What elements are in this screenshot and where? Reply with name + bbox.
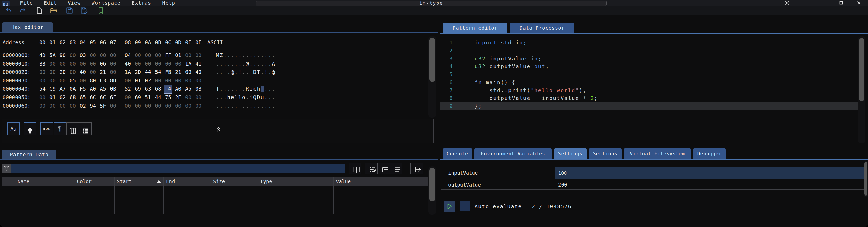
menu-help[interactable]: Help — [161, 0, 177, 6]
hex-byte[interactable]: 94 — [90, 102, 96, 110]
bookmark-icon[interactable] — [97, 7, 104, 14]
hex-byte[interactable]: 65 — [80, 93, 86, 102]
hex-byte[interactable]: 00 — [135, 60, 141, 68]
code-line[interactable]: std::print("hello world"); — [475, 86, 587, 94]
column-header-start[interactable]: Start — [117, 177, 132, 186]
hex-byte[interactable]: 01 — [175, 51, 181, 60]
save-as-icon[interactable] — [81, 7, 88, 14]
column-header-type[interactable]: Type — [260, 177, 272, 186]
pilcrow-toggle-button[interactable]: ¶ — [54, 122, 66, 135]
hex-byte[interactable]: 00 — [155, 60, 161, 68]
hex-byte[interactable]: 00 — [135, 51, 141, 60]
redo-icon[interactable] — [19, 7, 26, 14]
hex-address[interactable]: 00000030: — [3, 76, 31, 85]
hex-byte[interactable]: 00 — [110, 60, 116, 68]
hex-byte[interactable]: 00 — [195, 76, 202, 85]
hex-byte[interactable]: 54 — [155, 68, 161, 76]
menu-extras[interactable]: Extras — [130, 0, 153, 6]
hex-byte[interactable]: 20 — [60, 68, 66, 76]
font-size-toggle-button[interactable]: Aa — [7, 122, 20, 135]
code-scrollbar[interactable] — [858, 36, 865, 143]
hex-byte[interactable]: A0 — [175, 85, 181, 93]
minimap-toggle-button[interactable] — [66, 122, 79, 135]
hex-byte[interactable]: C3 — [100, 76, 106, 85]
open-folder-icon[interactable] — [50, 7, 57, 14]
hex-byte[interactable]: A7 — [60, 85, 66, 93]
save-icon[interactable] — [66, 7, 73, 14]
column-header-size[interactable]: Size — [213, 177, 225, 186]
hex-byte[interactable]: 06 — [100, 60, 106, 68]
hex-byte[interactable]: FF — [165, 51, 171, 60]
column-header-color[interactable]: Color — [77, 177, 92, 186]
code-line[interactable]: u32 inputValue in; — [475, 55, 542, 63]
hex-byte[interactable]: 1A — [185, 60, 191, 68]
menu-view[interactable]: View — [66, 0, 82, 6]
hex-byte[interactable]: 00 — [125, 102, 131, 110]
hex-byte[interactable]: 00 — [90, 68, 96, 76]
hex-byte[interactable]: 00 — [60, 60, 66, 68]
hex-byte[interactable]: 0A — [69, 85, 76, 93]
grid-toggle-button[interactable] — [79, 122, 92, 135]
undo-icon[interactable] — [5, 7, 12, 14]
hex-address[interactable]: 00000000: — [3, 51, 31, 60]
hex-byte[interactable]: C9 — [50, 85, 56, 93]
menu-edit[interactable]: Edit — [42, 0, 58, 6]
tab-virtual-filesystem[interactable]: Virtual Filesystem — [624, 148, 691, 159]
hex-byte[interactable]: 41 — [195, 60, 202, 68]
hex-byte[interactable]: 40 — [125, 60, 131, 68]
hex-byte[interactable]: B8 — [39, 60, 45, 68]
tab-environment-variables[interactable]: Environment Variables — [474, 148, 552, 159]
hex-byte[interactable]: 5A — [50, 51, 56, 60]
hex-byte[interactable]: 00 — [110, 51, 116, 60]
hex-byte[interactable]: 00 — [50, 68, 56, 76]
hex-byte[interactable]: 00 — [155, 102, 161, 110]
hex-byte[interactable]: 00 — [50, 76, 56, 85]
hex-byte[interactable]: 00 — [39, 102, 45, 110]
hex-byte[interactable]: 00 — [80, 76, 86, 85]
hex-byte[interactable]: A5 — [185, 85, 191, 93]
hex-byte[interactable]: 00 — [69, 68, 76, 76]
hex-byte[interactable]: 80 — [90, 76, 96, 85]
hex-byte[interactable]: 00 — [165, 102, 171, 110]
hex-byte[interactable]: 00 — [69, 102, 76, 110]
hex-byte[interactable]: 2E — [175, 93, 181, 102]
hex-byte[interactable]: 00 — [110, 68, 116, 76]
feedback-smiley-icon[interactable] — [783, 0, 791, 6]
hex-byte[interactable]: 4D — [39, 51, 45, 60]
hex-byte[interactable]: 00 — [175, 60, 181, 68]
hex-address[interactable]: 00000050: — [3, 93, 31, 102]
hex-byte[interactable]: 00 — [175, 76, 181, 85]
column-header-end[interactable]: End — [166, 177, 175, 186]
hex-byte[interactable]: 00 — [175, 102, 181, 110]
code-line[interactable]: }; — [475, 102, 482, 110]
hex-address[interactable]: 00000060: — [3, 102, 31, 110]
hex-byte[interactable]: F5 — [80, 85, 86, 93]
settings-scrollbar-thumb[interactable] — [864, 162, 867, 195]
hex-byte[interactable]: 00 — [145, 60, 151, 68]
hex-byte[interactable]: 51 — [145, 93, 151, 102]
hex-byte[interactable]: 75 — [165, 93, 171, 102]
hex-byte[interactable]: 5F — [100, 102, 106, 110]
view-flat-button[interactable] — [390, 163, 402, 174]
docs-book-button[interactable] — [349, 163, 361, 174]
hex-byte[interactable]: 00 — [110, 102, 116, 110]
code-line[interactable]: import std.io; — [475, 39, 527, 46]
auto-evaluate-checkbox[interactable] — [460, 201, 470, 211]
hex-byte[interactable]: 52 — [125, 85, 131, 93]
hex-byte[interactable]: 00 — [50, 102, 56, 110]
tab-sections[interactable]: Sections — [589, 148, 621, 159]
hex-byte[interactable]: 00 — [60, 102, 66, 110]
tab-pattern-editor[interactable]: Pattern editor — [443, 23, 507, 33]
hex-byte[interactable]: 00 — [125, 76, 131, 85]
hex-byte[interactable]: 02 — [145, 76, 151, 85]
code-line[interactable]: outputValue = inputValue * 2; — [475, 94, 598, 102]
hex-byte[interactable]: 00 — [50, 60, 56, 68]
inputvalue-field[interactable] — [555, 167, 864, 179]
hex-byte[interactable]: 6C — [100, 93, 106, 102]
run-evaluation-button[interactable] — [444, 201, 455, 212]
hex-byte[interactable]: 63 — [145, 85, 151, 93]
code-line[interactable]: fn main() { — [475, 78, 516, 86]
hex-byte[interactable]: 00 — [69, 51, 76, 60]
hex-byte[interactable]: 00 — [185, 102, 191, 110]
hex-byte[interactable]: 00 — [145, 51, 151, 60]
